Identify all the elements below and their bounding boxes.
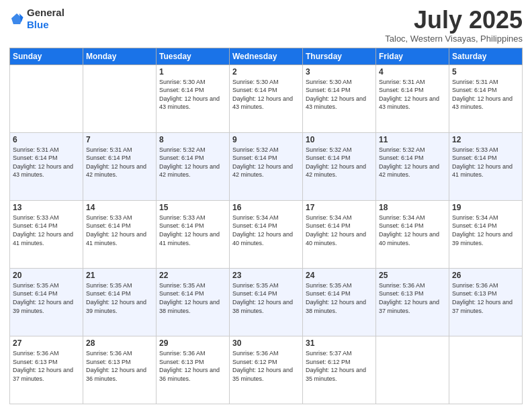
- day-number: 14: [86, 203, 153, 212]
- day-number: 4: [379, 67, 446, 77]
- header: General Blue July 2025 Taloc, Western Vi…: [9, 7, 523, 44]
- table-row: 26Sunrise: 5:36 AM Sunset: 6:13 PM Dayli…: [449, 268, 523, 336]
- day-info: Sunrise: 5:32 AM Sunset: 6:14 PM Dayligh…: [159, 146, 226, 179]
- table-row: 18Sunrise: 5:34 AM Sunset: 6:14 PM Dayli…: [376, 200, 449, 268]
- day-number: 17: [306, 203, 373, 212]
- calendar-table: Sunday Monday Tuesday Wednesday Thursday…: [9, 48, 523, 404]
- day-number: 1: [159, 67, 226, 77]
- table-row: 29Sunrise: 5:36 AM Sunset: 6:13 PM Dayli…: [157, 336, 230, 404]
- calendar-week-row: 13Sunrise: 5:33 AM Sunset: 6:14 PM Dayli…: [10, 200, 523, 268]
- table-row: [449, 336, 523, 404]
- day-number: 20: [13, 271, 80, 280]
- day-info: Sunrise: 5:31 AM Sunset: 6:14 PM Dayligh…: [452, 78, 519, 111]
- day-info: Sunrise: 5:32 AM Sunset: 6:14 PM Dayligh…: [306, 146, 373, 179]
- table-row: 17Sunrise: 5:34 AM Sunset: 6:14 PM Dayli…: [303, 200, 376, 268]
- table-row: 30Sunrise: 5:36 AM Sunset: 6:12 PM Dayli…: [230, 336, 303, 404]
- day-info: Sunrise: 5:34 AM Sunset: 6:14 PM Dayligh…: [379, 214, 446, 247]
- day-number: 24: [306, 271, 373, 280]
- table-row: 27Sunrise: 5:36 AM Sunset: 6:13 PM Dayli…: [10, 336, 83, 404]
- day-number: 2: [232, 67, 300, 77]
- day-info: Sunrise: 5:30 AM Sunset: 6:14 PM Dayligh…: [159, 78, 226, 111]
- table-row: 23Sunrise: 5:35 AM Sunset: 6:14 PM Dayli…: [230, 268, 303, 336]
- day-info: Sunrise: 5:35 AM Sunset: 6:14 PM Dayligh…: [13, 281, 80, 315]
- col-friday: Friday: [376, 48, 449, 64]
- day-info: Sunrise: 5:35 AM Sunset: 6:14 PM Dayligh…: [86, 281, 153, 315]
- day-info: Sunrise: 5:30 AM Sunset: 6:14 PM Dayligh…: [232, 78, 300, 111]
- day-number: 9: [232, 135, 300, 144]
- day-info: Sunrise: 5:36 AM Sunset: 6:13 PM Dayligh…: [159, 349, 226, 383]
- table-row: 31Sunrise: 5:37 AM Sunset: 6:12 PM Dayli…: [303, 336, 376, 404]
- table-row: [83, 64, 157, 132]
- calendar-week-row: 1Sunrise: 5:30 AM Sunset: 6:14 PM Daylig…: [10, 64, 523, 132]
- day-info: Sunrise: 5:34 AM Sunset: 6:14 PM Dayligh…: [452, 214, 519, 247]
- table-row: 10Sunrise: 5:32 AM Sunset: 6:14 PM Dayli…: [303, 132, 376, 200]
- table-row: 4Sunrise: 5:31 AM Sunset: 6:14 PM Daylig…: [376, 64, 449, 132]
- day-info: Sunrise: 5:35 AM Sunset: 6:14 PM Dayligh…: [306, 281, 373, 315]
- table-row: 11Sunrise: 5:32 AM Sunset: 6:14 PM Dayli…: [376, 132, 449, 200]
- day-number: 18: [379, 203, 446, 212]
- table-row: 14Sunrise: 5:33 AM Sunset: 6:14 PM Dayli…: [83, 200, 157, 268]
- day-info: Sunrise: 5:30 AM Sunset: 6:14 PM Dayligh…: [306, 78, 373, 111]
- table-row: 24Sunrise: 5:35 AM Sunset: 6:14 PM Dayli…: [303, 268, 376, 336]
- table-row: 12Sunrise: 5:33 AM Sunset: 6:14 PM Dayli…: [449, 132, 523, 200]
- day-info: Sunrise: 5:31 AM Sunset: 6:14 PM Dayligh…: [13, 146, 80, 179]
- day-number: 16: [232, 203, 300, 212]
- day-info: Sunrise: 5:36 AM Sunset: 6:13 PM Dayligh…: [452, 281, 519, 315]
- day-info: Sunrise: 5:33 AM Sunset: 6:14 PM Dayligh…: [452, 146, 519, 179]
- location-title: Taloc, Western Visayas, Philippines: [385, 34, 523, 44]
- day-number: 12: [452, 135, 519, 144]
- col-saturday: Saturday: [449, 48, 523, 64]
- day-info: Sunrise: 5:35 AM Sunset: 6:14 PM Dayligh…: [232, 281, 300, 315]
- table-row: 5Sunrise: 5:31 AM Sunset: 6:14 PM Daylig…: [449, 64, 523, 132]
- day-number: 7: [86, 135, 153, 144]
- day-number: 10: [306, 135, 373, 144]
- day-number: 30: [232, 338, 300, 348]
- col-wednesday: Wednesday: [230, 48, 303, 64]
- logo-icon: [9, 11, 24, 26]
- table-row: 9Sunrise: 5:32 AM Sunset: 6:14 PM Daylig…: [230, 132, 303, 200]
- day-info: Sunrise: 5:33 AM Sunset: 6:14 PM Dayligh…: [159, 214, 226, 247]
- day-number: 22: [159, 271, 226, 280]
- table-row: 7Sunrise: 5:31 AM Sunset: 6:14 PM Daylig…: [83, 132, 157, 200]
- day-number: 6: [13, 135, 80, 144]
- day-info: Sunrise: 5:31 AM Sunset: 6:14 PM Dayligh…: [379, 78, 446, 111]
- table-row: 13Sunrise: 5:33 AM Sunset: 6:14 PM Dayli…: [10, 200, 83, 268]
- logo: General Blue: [9, 7, 64, 31]
- table-row: 2Sunrise: 5:30 AM Sunset: 6:14 PM Daylig…: [230, 64, 303, 132]
- table-row: 19Sunrise: 5:34 AM Sunset: 6:14 PM Dayli…: [449, 200, 523, 268]
- table-row: 3Sunrise: 5:30 AM Sunset: 6:14 PM Daylig…: [303, 64, 376, 132]
- day-info: Sunrise: 5:35 AM Sunset: 6:14 PM Dayligh…: [159, 281, 226, 315]
- day-info: Sunrise: 5:36 AM Sunset: 6:13 PM Dayligh…: [379, 281, 446, 315]
- day-number: 26: [452, 271, 519, 280]
- day-number: 31: [306, 338, 373, 348]
- day-number: 28: [86, 338, 153, 348]
- title-block: July 2025 Taloc, Western Visayas, Philip…: [385, 7, 523, 44]
- day-info: Sunrise: 5:36 AM Sunset: 6:12 PM Dayligh…: [232, 349, 300, 383]
- day-info: Sunrise: 5:33 AM Sunset: 6:14 PM Dayligh…: [13, 214, 80, 247]
- day-number: 11: [379, 135, 446, 144]
- day-number: 23: [232, 271, 300, 280]
- day-number: 3: [306, 67, 373, 77]
- day-number: 29: [159, 338, 226, 348]
- day-info: Sunrise: 5:37 AM Sunset: 6:12 PM Dayligh…: [306, 349, 373, 383]
- day-number: 21: [86, 271, 153, 280]
- table-row: [10, 64, 83, 132]
- day-info: Sunrise: 5:32 AM Sunset: 6:14 PM Dayligh…: [232, 146, 300, 179]
- day-number: 13: [13, 203, 80, 212]
- table-row: [376, 336, 449, 404]
- table-row: 6Sunrise: 5:31 AM Sunset: 6:14 PM Daylig…: [10, 132, 83, 200]
- day-number: 19: [452, 203, 519, 212]
- calendar-week-row: 6Sunrise: 5:31 AM Sunset: 6:14 PM Daylig…: [10, 132, 523, 200]
- col-thursday: Thursday: [303, 48, 376, 64]
- logo-text: General Blue: [27, 7, 64, 31]
- day-info: Sunrise: 5:34 AM Sunset: 6:14 PM Dayligh…: [232, 214, 300, 247]
- calendar-week-row: 20Sunrise: 5:35 AM Sunset: 6:14 PM Dayli…: [10, 268, 523, 336]
- day-number: 15: [159, 203, 226, 212]
- col-sunday: Sunday: [10, 48, 83, 64]
- day-info: Sunrise: 5:34 AM Sunset: 6:14 PM Dayligh…: [306, 214, 373, 247]
- table-row: 20Sunrise: 5:35 AM Sunset: 6:14 PM Dayli…: [10, 268, 83, 336]
- table-row: 16Sunrise: 5:34 AM Sunset: 6:14 PM Dayli…: [230, 200, 303, 268]
- day-info: Sunrise: 5:36 AM Sunset: 6:13 PM Dayligh…: [13, 349, 80, 383]
- day-info: Sunrise: 5:36 AM Sunset: 6:13 PM Dayligh…: [86, 349, 153, 383]
- calendar-week-row: 27Sunrise: 5:36 AM Sunset: 6:13 PM Dayli…: [10, 336, 523, 404]
